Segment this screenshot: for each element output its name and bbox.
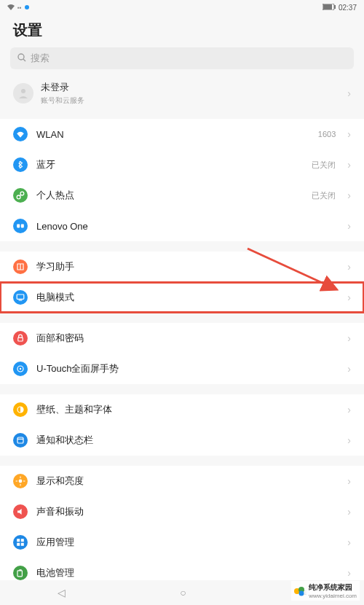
- chevron-right-icon: ›: [347, 434, 351, 446]
- svg-rect-17: [17, 437, 23, 443]
- clock: 02:37: [339, 4, 357, 12]
- row-label: Lenovo One: [36, 221, 339, 232]
- row-label: 通知和状态栏: [36, 434, 339, 447]
- account-sub: 账号和云服务: [41, 95, 340, 106]
- account-row[interactable]: 未登录 账号和云服务 ›: [10, 75, 354, 112]
- settings-group: 显示和亮度›声音和振动›应用管理›电池管理›: [0, 466, 364, 588]
- settings-row-hotspot[interactable]: 个人热点已关闭›: [0, 180, 364, 211]
- search-input[interactable]: 搜索: [10, 47, 354, 69]
- watermark: 纯净系统家园 www.yidaimei.com: [291, 581, 360, 601]
- svg-point-33: [299, 590, 304, 596]
- row-value: 1603: [318, 130, 336, 138]
- chevron-right-icon: ›: [347, 567, 351, 579]
- search-icon: [17, 53, 26, 64]
- settings-row-bluetooth[interactable]: 蓝牙已关闭›: [0, 149, 364, 180]
- chevron-right-icon: ›: [347, 159, 351, 171]
- chevron-right-icon: ›: [347, 292, 351, 303]
- svg-rect-10: [21, 225, 24, 228]
- settings-row-display[interactable]: 显示和亮度›: [0, 466, 364, 496]
- bluetooth-icon: [13, 157, 28, 172]
- svg-point-19: [19, 480, 23, 483]
- nav-back[interactable]: ◁: [58, 587, 66, 598]
- settings-row-wlan[interactable]: WLAN1603›: [0, 119, 364, 149]
- chevron-right-icon: ›: [347, 475, 351, 487]
- chevron-right-icon: ›: [347, 536, 351, 548]
- row-label: U-Touch全面屏手势: [36, 362, 339, 375]
- wifi-icon: [7, 4, 15, 12]
- svg-point-5: [21, 89, 25, 93]
- settings-row-apps[interactable]: 应用管理›: [0, 527, 364, 558]
- settings-row-facepwd[interactable]: 面部和密码›: [0, 323, 364, 354]
- row-label: 应用管理: [36, 536, 339, 549]
- chevron-right-icon: ›: [347, 190, 351, 201]
- svg-rect-28: [17, 571, 22, 577]
- wlan-icon: [13, 127, 28, 141]
- notify-icon: [13, 433, 28, 448]
- nav-home[interactable]: ○: [180, 587, 186, 598]
- row-label: 学习助手: [36, 260, 339, 273]
- row-label: WLAN: [36, 129, 309, 140]
- svg-point-3: [18, 54, 24, 60]
- chevron-right-icon: ›: [347, 87, 351, 99]
- display-icon: [13, 474, 28, 488]
- row-label: 壁纸、主题和字体: [36, 403, 339, 416]
- row-label: 个人热点: [36, 189, 303, 202]
- svg-rect-26: [17, 543, 20, 546]
- row-label: 电脑模式: [36, 291, 339, 304]
- svg-rect-25: [21, 539, 24, 542]
- chevron-right-icon: ›: [347, 128, 351, 140]
- svg-rect-9: [17, 225, 20, 228]
- settings-group: 面部和密码›U-Touch全面屏手势›: [0, 323, 364, 384]
- svg-rect-2: [323, 4, 332, 9]
- row-value: 已关闭: [312, 160, 336, 171]
- settings-row-lenovoone[interactable]: Lenovo One›: [0, 211, 364, 241]
- row-label: 电池管理: [36, 566, 339, 579]
- svg-line-8: [20, 195, 21, 196]
- chevron-right-icon: ›: [347, 506, 351, 518]
- apps-icon: [13, 535, 28, 550]
- svg-rect-13: [18, 337, 23, 341]
- svg-rect-1: [334, 5, 336, 9]
- chevron-right-icon: ›: [347, 220, 351, 232]
- chevron-right-icon: ›: [347, 332, 351, 344]
- hotspot-icon: [13, 188, 28, 203]
- row-label: 面部和密码: [36, 332, 339, 345]
- settings-row-theme[interactable]: 壁纸、主题和字体›: [0, 394, 364, 425]
- signal-icon: ▪▪: [17, 4, 22, 11]
- page-title: 设置: [0, 15, 364, 47]
- settings-row-sound[interactable]: 声音和振动›: [0, 496, 364, 527]
- svg-line-4: [23, 59, 25, 61]
- facepwd-icon: [13, 331, 28, 346]
- settings-row-pcmode[interactable]: 电脑模式›: [0, 282, 364, 313]
- watermark-title: 纯净系统家园: [309, 582, 357, 593]
- settings-row-utouch[interactable]: U-Touch全面屏手势›: [0, 354, 364, 384]
- settings-group: 学习助手›电脑模式›: [0, 251, 364, 313]
- svg-rect-24: [17, 539, 20, 542]
- theme-icon: [13, 402, 28, 417]
- svg-rect-11: [17, 294, 24, 299]
- chevron-right-icon: ›: [347, 261, 351, 273]
- utouch-icon: [13, 362, 28, 376]
- search-placeholder: 搜索: [31, 52, 50, 65]
- row-label: 蓝牙: [36, 158, 303, 171]
- account-name: 未登录: [41, 81, 340, 94]
- row-label: 声音和振动: [36, 505, 339, 518]
- chevron-right-icon: ›: [347, 363, 351, 375]
- lenovoone-icon: [13, 219, 28, 233]
- battery-icon: [323, 4, 336, 12]
- settings-group: 壁纸、主题和字体›通知和状态栏›: [0, 394, 364, 456]
- avatar-icon: [13, 83, 33, 104]
- battery-icon: [13, 566, 28, 580]
- settings-row-study[interactable]: 学习助手›: [0, 251, 364, 282]
- settings-row-notify[interactable]: 通知和状态栏›: [0, 425, 364, 456]
- svg-rect-27: [21, 543, 24, 546]
- svg-point-15: [20, 368, 21, 370]
- svg-rect-29: [19, 569, 21, 571]
- watermark-logo-icon: [294, 585, 306, 597]
- study-icon: [13, 259, 28, 274]
- pcmode-icon: [13, 290, 28, 305]
- sound-icon: [13, 504, 28, 519]
- chevron-right-icon: ›: [347, 404, 351, 415]
- row-label: 显示和亮度: [36, 475, 339, 488]
- watermark-url: www.yidaimei.com: [309, 593, 357, 599]
